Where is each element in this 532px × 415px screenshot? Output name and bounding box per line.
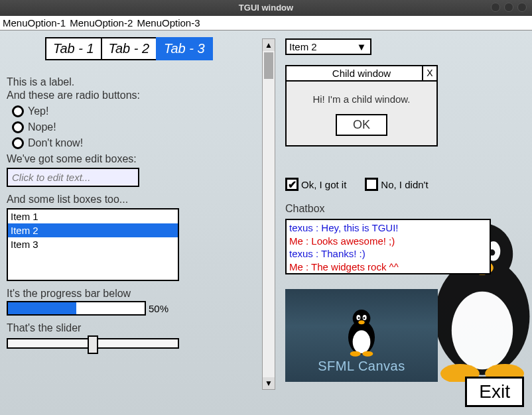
scroll-up-icon[interactable]: ▲ bbox=[263, 39, 275, 51]
wm-close-icon[interactable] bbox=[517, 3, 527, 12]
checkbox-got-it[interactable]: Ok, I got it bbox=[285, 178, 346, 191]
chat-message: texus : Thanks! :) bbox=[289, 247, 487, 261]
chevron-down-icon: ▼ bbox=[356, 42, 367, 52]
sfml-canvas: SFML Canvas bbox=[285, 289, 438, 382]
svg-point-17 bbox=[358, 320, 364, 324]
chatbox[interactable]: texus : Hey, this is TGUI! Me : Looks aw… bbox=[285, 219, 491, 274]
tabs: Tab - 1 Tab - 2 Tab - 3 bbox=[46, 37, 245, 60]
menubar: MenuOption-1 MenuOption-2 MenuOption-3 bbox=[0, 16, 532, 30]
label-chatbox: Chatbox bbox=[285, 203, 325, 215]
list-item[interactable]: Item 2 bbox=[8, 223, 178, 237]
scrollbar-thumb[interactable] bbox=[264, 52, 273, 79]
listbox[interactable]: Item 1 Item 2 Item 3 bbox=[7, 208, 179, 281]
child-window-title[interactable]: Child window X bbox=[287, 66, 436, 82]
label-listboxes: And some list boxes too... bbox=[7, 194, 245, 206]
radio-dont-know[interactable]: Don't know! bbox=[12, 137, 245, 149]
radio-label: Yep! bbox=[28, 105, 48, 117]
checkbox-didnt[interactable]: No, I didn't bbox=[365, 178, 428, 191]
svg-point-11 bbox=[353, 330, 371, 353]
child-window-text: Hi! I'm a child window. bbox=[293, 93, 430, 105]
checkbox-icon bbox=[285, 178, 299, 191]
wm-maximize-icon[interactable] bbox=[504, 3, 513, 12]
child-window-title-text: Child window bbox=[332, 68, 391, 79]
progress-bar bbox=[7, 301, 146, 316]
checkbox-label: Ok, I got it bbox=[301, 179, 346, 190]
radio-icon bbox=[12, 105, 24, 117]
close-icon[interactable]: X bbox=[422, 66, 436, 81]
window-title: TGUI window bbox=[239, 3, 293, 13]
slider[interactable] bbox=[7, 338, 179, 349]
tab-1[interactable]: Tab - 1 bbox=[45, 37, 102, 60]
svg-point-12 bbox=[353, 310, 371, 327]
window-titlebar: TGUI window bbox=[0, 0, 532, 16]
scrollbar[interactable]: ▲ ▼ bbox=[262, 38, 275, 390]
slider-thumb[interactable] bbox=[88, 335, 98, 354]
progress-value: 50% bbox=[149, 303, 168, 314]
canvas-caption: SFML Canvas bbox=[318, 359, 405, 374]
exit-button[interactable]: Exit bbox=[465, 377, 524, 407]
right-column: Item 2 ▼ Child window X Hi! I'm a child … bbox=[285, 38, 511, 55]
label-intro-1: This is a label. bbox=[7, 76, 245, 88]
svg-point-16 bbox=[364, 317, 366, 319]
svg-point-1 bbox=[452, 292, 513, 370]
menu-item-3[interactable]: MenuOption-3 bbox=[137, 17, 200, 29]
child-window[interactable]: Child window X Hi! I'm a child window. O… bbox=[285, 65, 438, 147]
list-item[interactable]: Item 3 bbox=[8, 237, 178, 251]
label-editboxes: We've got some edit boxes: bbox=[7, 153, 245, 165]
menu-item-1[interactable]: MenuOption-1 bbox=[3, 17, 66, 29]
progress-fill bbox=[8, 302, 76, 314]
radio-yep[interactable]: Yep! bbox=[12, 105, 245, 117]
label-intro-2: And these are radio buttons: bbox=[7, 89, 245, 101]
chat-message: Me : Looks awesome! ;) bbox=[289, 235, 487, 248]
tab-2[interactable]: Tab - 2 bbox=[101, 37, 158, 60]
svg-point-15 bbox=[358, 317, 360, 319]
radio-label: Don't know! bbox=[28, 137, 83, 149]
radio-nope[interactable]: Nope! bbox=[12, 121, 245, 133]
radio-label: Nope! bbox=[28, 121, 56, 133]
svg-point-18 bbox=[350, 351, 361, 357]
wm-minimize-icon[interactable] bbox=[491, 3, 500, 12]
radio-icon bbox=[12, 137, 24, 149]
tux-canvas-icon bbox=[338, 304, 385, 357]
chat-message: Me : The widgets rock ^^ bbox=[289, 261, 487, 274]
checkbox-row: Ok, I got it No, I didn't bbox=[285, 178, 429, 191]
label-slider: That's the slider bbox=[7, 322, 245, 334]
menu-item-2[interactable]: MenuOption-2 bbox=[70, 17, 133, 29]
ok-button[interactable]: OK bbox=[336, 114, 387, 136]
label-progress: It's the progress bar below bbox=[7, 288, 245, 300]
app-body: Tab - 1 Tab - 2 Tab - 3 This is a label.… bbox=[0, 30, 532, 415]
editbox[interactable]: Click to edit text... bbox=[7, 168, 139, 187]
checkbox-icon bbox=[365, 178, 378, 191]
wm-buttons bbox=[491, 3, 527, 12]
tab-3[interactable]: Tab - 3 bbox=[156, 37, 213, 60]
child-window-body: Hi! I'm a child window. OK bbox=[287, 82, 436, 145]
combobox[interactable]: Item 2 ▼ bbox=[285, 38, 371, 55]
checkbox-label: No, I didn't bbox=[381, 179, 428, 190]
svg-point-19 bbox=[362, 351, 373, 357]
list-item[interactable]: Item 1 bbox=[8, 209, 178, 223]
scroll-down-icon[interactable]: ▼ bbox=[263, 377, 275, 389]
radio-icon bbox=[12, 121, 24, 133]
left-column: Tab - 1 Tab - 2 Tab - 3 This is a label.… bbox=[7, 37, 245, 353]
combobox-value: Item 2 bbox=[289, 41, 317, 52]
chat-message: texus : Hey, this is TGUI! bbox=[289, 221, 487, 235]
